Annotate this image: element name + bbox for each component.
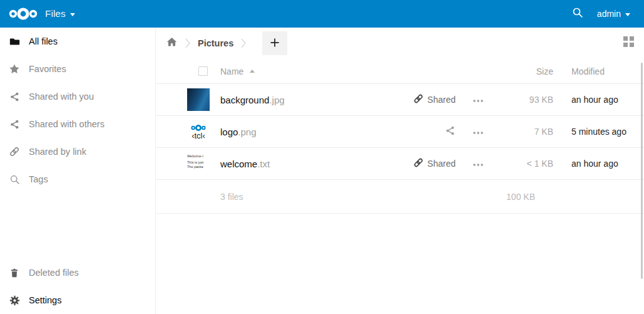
file-actions-menu-button[interactable] (473, 158, 484, 169)
shared-link-button[interactable]: Shared (413, 93, 456, 107)
chevron-down-icon (625, 13, 630, 16)
sidebar-item-favorites[interactable]: Favorites (0, 55, 155, 83)
folder-icon (9, 36, 20, 47)
sidebar-spacer (0, 193, 155, 259)
file-thumbnail: Welcome t This is just The packa (187, 152, 210, 175)
sidebar-item-label: Deleted files (29, 268, 79, 278)
sidebar-item-label: All files (29, 36, 58, 46)
share-button[interactable] (445, 125, 456, 139)
share-status-label: Shared (427, 95, 456, 105)
sidebar: All files Favorites Shared with you (0, 28, 156, 314)
file-row-logo-png[interactable]: ‹tcl‹ logo.png (156, 116, 644, 148)
sidebar-item-label: Shared by link (29, 147, 86, 157)
file-size: 7 KB (494, 127, 553, 137)
sidebar-item-label: Tags (29, 174, 48, 184)
file-actions-menu-button[interactable] (473, 94, 484, 105)
sidebar-item-deleted-files[interactable]: Deleted files (0, 259, 155, 286)
nextcloud-logo-icon[interactable] (8, 6, 39, 22)
sidebar-item-settings[interactable]: Settings (0, 286, 155, 314)
column-header-size[interactable]: Size (494, 66, 553, 76)
link-icon (413, 157, 424, 170)
file-thumbnail (187, 88, 210, 111)
more-dots-icon (473, 158, 484, 169)
file-thumbnail: ‹tcl‹ (187, 120, 210, 143)
sidebar-item-label: Settings (29, 295, 61, 305)
summary-total-size: 100 KB (476, 192, 535, 202)
filelist-summary: 3 files 100 KB (156, 180, 644, 214)
trash-icon (9, 267, 20, 278)
sidebar-item-shared-with-others[interactable]: Shared with others (0, 110, 155, 138)
user-menu[interactable]: admin (597, 9, 630, 19)
share-icon (445, 125, 456, 139)
more-dots-icon (473, 126, 484, 137)
link-icon (413, 93, 424, 107)
select-all-checkbox[interactable] (198, 66, 208, 76)
sidebar-item-label: Shared with you (29, 92, 94, 102)
sort-ascending-icon (250, 70, 255, 73)
search-button[interactable] (567, 3, 588, 24)
top-header-bar: Files admin (0, 0, 644, 28)
file-actions-menu-button[interactable] (473, 126, 484, 137)
file-size: < 1 KB (494, 159, 553, 169)
thumbnail-text: ‹tcl‹ (192, 132, 205, 140)
file-modified: 5 minutes ago (571, 127, 644, 137)
share-icon (9, 91, 20, 102)
sidebar-item-label: Shared with others (29, 119, 105, 129)
breadcrumb-separator-icon (185, 38, 190, 49)
filelist-header: Name Size Modified (156, 59, 644, 84)
shared-link-button[interactable]: Shared (413, 157, 456, 170)
column-header-name[interactable]: Name (220, 66, 255, 76)
file-row-welcome-txt[interactable]: Welcome t This is just The packa welcome… (156, 148, 644, 180)
file-size: 93 KB (494, 95, 553, 105)
home-icon (166, 36, 178, 50)
search-icon (572, 7, 583, 21)
user-name: admin (597, 9, 621, 19)
summary-file-count: 3 files (220, 192, 243, 202)
more-dots-icon (473, 94, 484, 105)
plus-icon (270, 38, 280, 50)
sidebar-item-tags[interactable]: Tags (0, 165, 155, 193)
share-icon (9, 118, 20, 130)
file-modified: an hour ago (571, 95, 644, 105)
app-title: Files (45, 8, 66, 19)
files-main-area: Pictures Name (156, 28, 644, 314)
sidebar-item-shared-by-link[interactable]: Shared by link (0, 138, 155, 165)
new-file-button[interactable] (262, 31, 287, 55)
app-menu-files[interactable]: Files (45, 8, 75, 19)
file-modified: an hour ago (571, 159, 644, 169)
share-status-label: Shared (427, 159, 456, 169)
grid-view-toggle[interactable] (623, 36, 634, 47)
file-name[interactable]: background.jpg (220, 95, 285, 105)
file-row-background-jpg[interactable]: background.jpg Shared (156, 84, 644, 116)
chevron-down-icon (70, 13, 75, 16)
sidebar-item-all-files[interactable]: All files (0, 28, 155, 55)
sidebar-item-label: Favorites (29, 64, 66, 74)
grid-icon (623, 36, 628, 41)
breadcrumb-separator-icon (241, 38, 246, 49)
link-icon (9, 146, 20, 157)
sidebar-item-shared-with-you[interactable]: Shared with you (0, 83, 155, 110)
magnify-icon (9, 174, 20, 185)
breadcrumb-current-folder[interactable]: Pictures (198, 38, 233, 48)
star-icon (9, 63, 20, 75)
column-header-modified[interactable]: Modified (571, 66, 644, 76)
breadcrumb-bar: Pictures (156, 28, 644, 59)
file-name[interactable]: welcome.txt (220, 159, 270, 169)
scrollbar[interactable] (641, 63, 643, 279)
breadcrumb-home[interactable] (165, 37, 178, 50)
thumbnail-text-line: Welcome t (187, 154, 210, 158)
thumbnail-text-line: The packa (187, 165, 210, 169)
file-name[interactable]: logo.png (220, 127, 257, 137)
gear-icon (9, 295, 20, 306)
